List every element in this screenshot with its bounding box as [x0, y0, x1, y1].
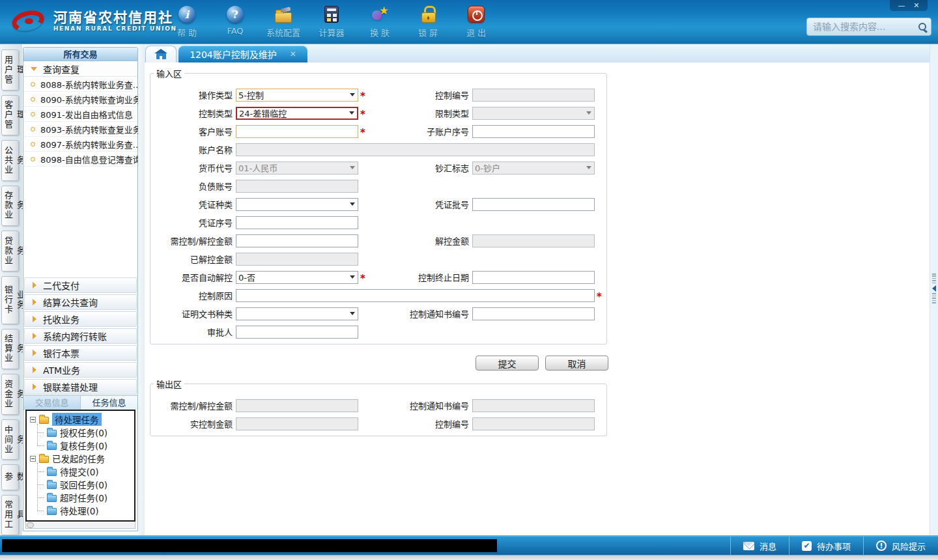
module-tab-loan-biz[interactable]: 贷款业务	[1, 231, 19, 272]
module-tab-public-biz[interactable]: 公共业务	[1, 140, 19, 181]
tree-node-to-submit[interactable]: 待提交(0)	[34, 465, 134, 478]
tree-node-auth-tasks[interactable]: 授权任务(0)	[34, 426, 134, 439]
nav-item-8088[interactable]: 8088-系统内转账业务查...	[23, 77, 137, 92]
form-row: 货币代号 01-人民币 钞汇标志 0-钞户	[152, 161, 606, 175]
folder-icon	[47, 469, 57, 476]
section-second-gen-payment[interactable]: 二代支付	[24, 277, 137, 293]
nav-panel-title: 所有交易	[23, 48, 137, 61]
folder-icon	[39, 417, 49, 424]
ctrl-reason-input[interactable]	[236, 289, 595, 302]
module-tab-user-mgmt[interactable]: 用户管理	[1, 49, 19, 91]
tree-horizontal-scrollbar[interactable]	[25, 522, 135, 529]
tree-node-initiated-tasks[interactable]: 已发起的任务	[29, 452, 134, 465]
chevron-down-icon	[347, 111, 357, 115]
module-tab-common-tools[interactable]: 常用工具	[1, 495, 19, 536]
field-label: 账户名称	[152, 143, 233, 156]
need-ctrl-amt-input[interactable]	[236, 234, 358, 247]
search-input[interactable]	[812, 21, 916, 33]
nav-item-8090[interactable]: 8090-系统内转账查询业务	[23, 92, 137, 107]
module-tab-intermediate-biz[interactable]: 中间业务	[1, 419, 19, 460]
nav-item-8091[interactable]: 8091-发出自由格式信息	[23, 107, 137, 122]
main-area: 用户管理 客户管理 公共业务 存款业务 贷款业务 银行卡业务 结算业务 资金业务…	[0, 44, 938, 535]
tab-task-info[interactable]: 任务信息	[80, 396, 137, 410]
ctrl-type-select[interactable]: 24-差错临控	[236, 107, 358, 120]
search-icon[interactable]	[918, 23, 926, 31]
section-intra-system-transfer[interactable]: 系统内跨行转账	[24, 328, 137, 344]
section-label: 托收业务	[43, 313, 79, 326]
grip-dots-icon	[932, 293, 936, 303]
output-ctrl-no	[472, 417, 595, 430]
nav-item-label: 8093-系统内转账查复业务	[40, 123, 141, 135]
exit-button[interactable]: 退 出	[457, 5, 495, 38]
todo-button[interactable]: 待办事项	[789, 537, 863, 555]
tree-node-label: 复核任务(0)	[60, 439, 107, 452]
nav-item-8097[interactable]: 8097-系统内转账业务查...	[23, 137, 137, 152]
field-label: 需控制/解控金额	[152, 234, 233, 247]
module-tab-customer-mgmt[interactable]: 客户管理	[1, 95, 19, 136]
calculator-button[interactable]: 计算器	[313, 5, 350, 38]
change-skin-button[interactable]: 换 肤	[361, 5, 399, 38]
system-config-button[interactable]: 系统配置	[264, 5, 302, 38]
bullet-icon	[31, 97, 35, 102]
module-tab-parameters[interactable]: 参数	[1, 464, 19, 490]
tree-node-label: 驳回任务(0)	[60, 478, 107, 491]
ctrl-end-date-input[interactable]	[472, 271, 595, 284]
nav-item-8093[interactable]: 8093-系统内转账查复业务	[23, 122, 137, 137]
field-label: 负债账号	[152, 180, 233, 192]
section-query-reply[interactable]: 查询查复	[23, 61, 137, 77]
lock-screen-label: 锁 屏	[418, 26, 438, 38]
document-tabstrip: 1204账户控制及维护 ✕	[145, 44, 930, 63]
minimize-button[interactable]: —	[898, 1, 905, 10]
approver-input[interactable]	[236, 326, 358, 339]
close-button[interactable]: ✕	[913, 1, 919, 10]
voucher-batch-input[interactable]	[472, 198, 595, 211]
tab-account-control[interactable]: 1204账户控制及维护 ✕	[178, 46, 307, 63]
nav-item-label: 8098-自由信息登记簿查询	[40, 153, 141, 165]
ctrl-notice-no-input[interactable]	[472, 307, 595, 320]
cust-acct-input[interactable]	[236, 125, 358, 138]
voucher-seq-input[interactable]	[236, 216, 358, 229]
panel-splitter[interactable]	[138, 44, 145, 535]
input-zone-title: 输入区	[154, 67, 184, 79]
risk-alert-button[interactable]: 风险提示	[863, 537, 938, 555]
section-atm-biz[interactable]: ATM业务	[24, 362, 137, 378]
section-collection-biz[interactable]: 托收业务	[24, 311, 137, 327]
voucher-type-select[interactable]	[236, 198, 358, 211]
module-tab-deposit-biz[interactable]: 存款业务	[1, 186, 19, 227]
doc-type-select[interactable]	[236, 307, 358, 320]
panel-collapse-handle[interactable]	[931, 273, 937, 303]
chevron-right-icon	[33, 367, 36, 373]
form-row: 账户名称	[152, 143, 606, 156]
tab-close-icon[interactable]: ✕	[290, 49, 296, 59]
module-tab-settlement-biz[interactable]: 结算业务	[1, 329, 19, 370]
tree-node-to-handle[interactable]: 待处理(0)	[34, 504, 134, 517]
section-unionpay-error-handling[interactable]: 银联差错处理	[24, 379, 137, 395]
module-tab-funds-biz[interactable]: 资金业务	[1, 374, 19, 415]
tree-node-pending-tasks[interactable]: 待处理任务	[29, 413, 134, 426]
module-tab-bankcard-biz[interactable]: 银行卡业务	[1, 276, 19, 324]
messages-button[interactable]: 消息	[730, 537, 789, 555]
faq-button[interactable]: FAQ	[216, 5, 254, 38]
nav-item-8098[interactable]: 8098-自由信息登记簿查询	[23, 152, 137, 167]
collapse-toggle-icon[interactable]	[30, 456, 36, 462]
tree-node-timeout-tasks[interactable]: 超时任务(0)	[34, 491, 134, 504]
tree-node-rejected-tasks[interactable]: 驳回任务(0)	[34, 478, 134, 491]
tab-trade-info[interactable]: 交易信息	[23, 396, 80, 410]
currency-value: 01-人民币	[236, 161, 347, 174]
form-row: 控制原因 *	[152, 288, 606, 302]
tree-node-review-tasks[interactable]: 复核任务(0)	[34, 439, 134, 452]
help-button[interactable]: 帮 助	[168, 5, 206, 38]
section-settlement-public-query[interactable]: 结算公共查询	[24, 294, 137, 310]
field-label: 解控金额	[367, 234, 469, 247]
content-area: 1204账户控制及维护 ✕ 输入区 操作类型 5-控制 * 控制编号 控制类型	[145, 44, 930, 535]
lock-screen-button[interactable]: 锁 屏	[409, 5, 447, 38]
tab-home[interactable]	[145, 46, 177, 63]
collapse-toggle-icon[interactable]	[30, 417, 36, 423]
section-bank-draft[interactable]: 银行本票	[24, 345, 137, 361]
window-bottom-edge	[0, 555, 938, 560]
auto-release-select[interactable]: 0-否	[236, 271, 358, 284]
op-type-select[interactable]: 5-控制	[236, 89, 358, 102]
submit-button[interactable]: 提交	[476, 356, 539, 371]
cancel-button[interactable]: 取消	[545, 356, 608, 371]
sub-acct-seq-input[interactable]	[472, 125, 595, 138]
